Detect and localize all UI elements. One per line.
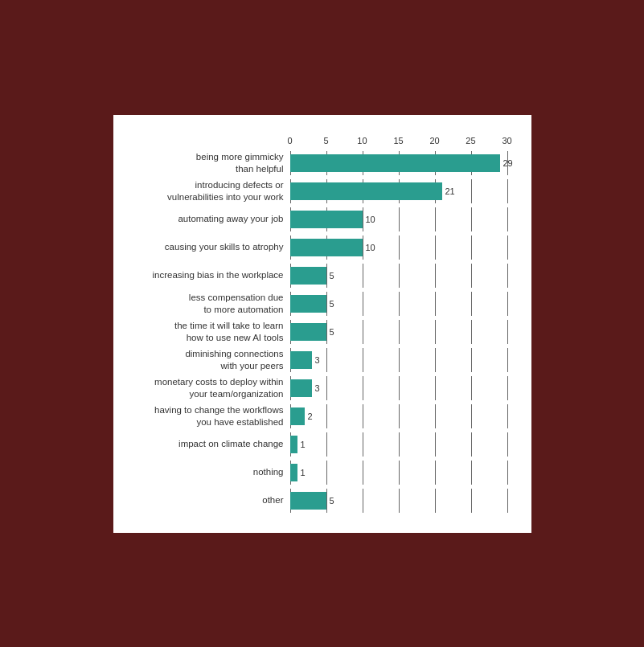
axis-tick-20: 20 — [429, 136, 439, 145]
axis-tick-5: 5 — [323, 136, 328, 145]
chart-row: introducing defects orvulnerabilities in… — [121, 179, 507, 203]
bar-value: 21 — [445, 186, 455, 196]
bar-value: 3 — [315, 383, 320, 393]
chart-row: automating away your job10 — [121, 207, 507, 231]
chart-container: 0 5 10 15 20 25 30 being more gimmickyth… — [113, 115, 531, 533]
bar-value: 5 — [330, 271, 334, 281]
bar-value: 10 — [366, 243, 375, 252]
chart-row: other5 — [121, 489, 507, 513]
bar-label: nothing — [121, 466, 290, 477]
bar: 5 — [290, 323, 326, 341]
bar-label: introducing defects orvulnerabilities in… — [121, 179, 290, 203]
axis-tick-15: 15 — [393, 136, 403, 145]
bar-label: having to change the workflowsyou have e… — [121, 404, 290, 428]
bar-value: 5 — [330, 299, 334, 309]
bar-value: 5 — [330, 496, 334, 506]
bar-value: 1 — [301, 440, 306, 449]
bar: 21 — [290, 182, 442, 200]
bar-label: impact on climate change — [121, 438, 290, 449]
bar-value: 3 — [315, 355, 320, 365]
bar-label: less compensation dueto more automation — [121, 292, 290, 315]
bar: 5 — [290, 295, 326, 313]
chart-row: having to change the workflowsyou have e… — [121, 404, 507, 428]
bar-value: 1 — [301, 468, 306, 477]
bar: 5 — [290, 267, 326, 285]
chart-row: monetary costs to deploy withinyour team… — [121, 376, 507, 400]
bar: 1 — [290, 436, 297, 453]
bar-label: diminishing connectionswith your peers — [121, 348, 290, 371]
bar: 5 — [290, 492, 326, 510]
bar-value: 2 — [308, 412, 313, 421]
bar-label: the time it will take to learnhow to use… — [121, 320, 290, 343]
bar: 2 — [290, 407, 305, 425]
bar: 3 — [290, 351, 312, 369]
bar-value: 29 — [503, 158, 513, 168]
chart-row: increasing bias in the workplace5 — [121, 264, 507, 288]
chart-row: the time it will take to learnhow to use… — [121, 320, 507, 344]
bars-container: being more gimmickythan helpful29introdu… — [121, 151, 507, 513]
bar-label: causing your skills to atrophy — [121, 241, 290, 252]
axis-tick-0: 0 — [287, 136, 292, 145]
bar: 10 — [290, 211, 363, 228]
bar: 29 — [290, 154, 500, 172]
chart-row: nothing1 — [121, 461, 507, 485]
bar-label: being more gimmickythan helpful — [121, 151, 290, 174]
bar: 10 — [290, 239, 363, 256]
bar-value: 10 — [366, 215, 375, 224]
chart-row: being more gimmickythan helpful29 — [121, 151, 507, 175]
axis-tick-10: 10 — [357, 136, 367, 145]
chart-row: diminishing connectionswith your peers3 — [121, 348, 507, 372]
bar-label: monetary costs to deploy withinyour team… — [121, 376, 290, 399]
axis-tick-25: 25 — [466, 136, 475, 145]
bar: 1 — [290, 464, 297, 481]
bar-label: other — [121, 494, 290, 506]
bar: 3 — [290, 379, 312, 397]
bar-label: increasing bias in the workplace — [121, 269, 290, 281]
axis-tick-30: 30 — [502, 136, 511, 145]
bar-label: automating away your job — [121, 213, 290, 224]
bar-value: 5 — [330, 327, 334, 337]
chart-row: causing your skills to atrophy10 — [121, 235, 507, 260]
chart-row: less compensation dueto more automation5 — [121, 292, 507, 316]
chart-row: impact on climate change1 — [121, 432, 507, 457]
